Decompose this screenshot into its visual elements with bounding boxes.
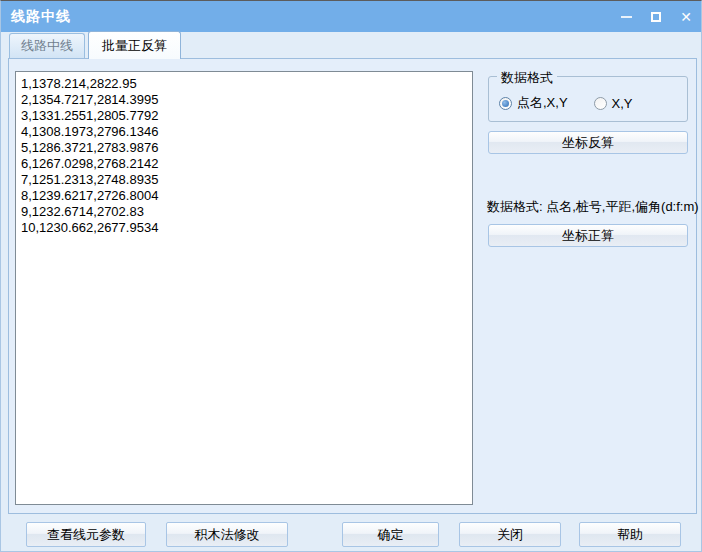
tab-strip: 线路中线 批量正反算 (9, 34, 184, 59)
groupbox-title: 数据格式 (497, 69, 557, 87)
data-format-groupbox: 数据格式 点名,X,Y X,Y (488, 76, 688, 122)
close-button[interactable]: ✕ (671, 1, 701, 32)
format-radio-row: 点名,X,Y X,Y (499, 94, 633, 112)
close-icon: ✕ (680, 10, 692, 24)
window-controls: ✕ (611, 1, 701, 32)
minimize-icon (621, 16, 632, 18)
tab-batch-calculation[interactable]: 批量正反算 (88, 31, 181, 59)
batch-input-textarea[interactable] (15, 71, 473, 505)
dialog-window: 线路中线 ✕ 线路中线 批量正反算 数据格式 点名,X,Y (0, 0, 702, 552)
window-title: 线路中线 (11, 8, 71, 26)
radio-name-xy[interactable] (499, 97, 512, 110)
coordinate-forward-button[interactable]: 坐标正算 (488, 224, 688, 247)
radio-xy-label[interactable]: X,Y (612, 96, 633, 111)
titlebar[interactable]: 线路中线 ✕ (1, 1, 701, 32)
batch-calc-panel: 数据格式 点名,X,Y X,Y 坐标反算 数据格式: 点名,桩号,平距,偏角(d… (8, 58, 697, 514)
forward-format-label: 数据格式: 点名,桩号,平距,偏角(d:f:m) (487, 198, 697, 216)
maximize-button[interactable] (641, 1, 671, 32)
maximize-icon (651, 12, 661, 22)
coordinate-inverse-button[interactable]: 坐标反算 (488, 131, 688, 154)
help-button[interactable]: 帮助 (579, 522, 681, 547)
view-line-params-button[interactable]: 查看线元参数 (26, 522, 146, 547)
close-dialog-button[interactable]: 关闭 (459, 522, 561, 547)
radio-name-xy-label[interactable]: 点名,X,Y (517, 94, 568, 112)
block-method-edit-button[interactable]: 积木法修改 (166, 522, 288, 547)
minimize-button[interactable] (611, 1, 641, 32)
tab-route-centerline[interactable]: 线路中线 (9, 33, 85, 58)
radio-xy[interactable] (594, 97, 607, 110)
ok-button[interactable]: 确定 (342, 522, 439, 547)
